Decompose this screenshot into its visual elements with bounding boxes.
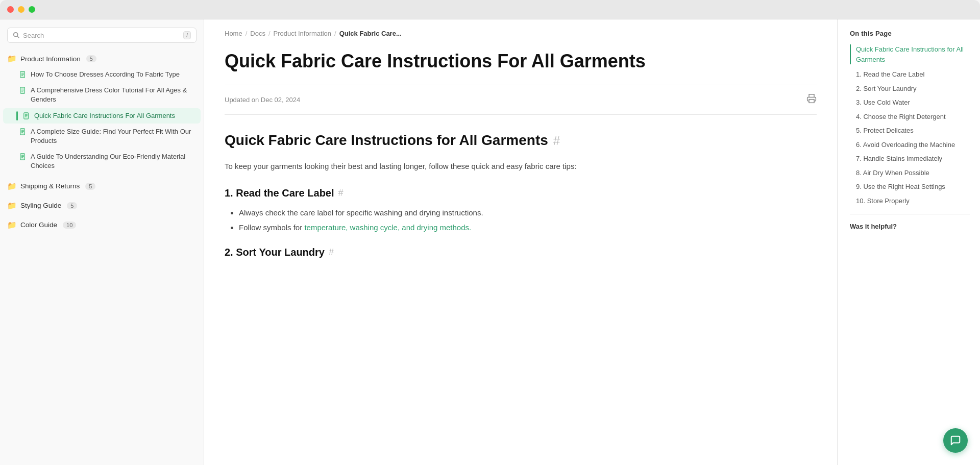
sidebar-category-styling[interactable]: 📁 Styling Guide 5 [0, 198, 204, 213]
breadcrumb-sep-2: / [334, 30, 336, 37]
subsection2-hash-link[interactable]: # [329, 247, 334, 258]
toc-active-item[interactable]: Quick Fabric Care Instructions for All G… [850, 44, 970, 64]
section-title: Quick Fabric Care Instructions for All G… [225, 131, 817, 150]
subsection2-title: 2. Sort Your Laundry # [225, 247, 817, 258]
search-box[interactable]: Search / [7, 28, 197, 43]
sidebar-item-label-1: A Comprehensive Dress Color Tutorial For… [31, 86, 193, 104]
search-container: Search / [0, 19, 204, 49]
print-icon[interactable] [806, 93, 817, 106]
category-shipping-badge: 5 [85, 183, 95, 190]
breadcrumb-sep-1: / [268, 30, 271, 37]
toc-divider [850, 214, 970, 214]
search-shortcut-badge: / [183, 31, 191, 39]
folder-icon-color: 📁 [7, 221, 17, 230]
sidebar-item-4[interactable]: A Guide To Understanding Our Eco-Friendl… [3, 149, 201, 174]
nav-section-shipping: 📁 Shipping & Returns 5 [0, 177, 204, 196]
sidebar-item-label-0: How To Choose Dresses According To Fabri… [31, 70, 180, 79]
maximize-button[interactable] [29, 6, 35, 13]
category-color-label: Color Guide [20, 221, 57, 229]
bullet-item-1: Follow symbols for temperature, washing … [239, 221, 817, 234]
meta-bar: Updated on Dec 02, 2024 [225, 85, 817, 115]
nav-section-color: 📁 Color Guide 10 [0, 215, 204, 235]
app-container: Search / 📁 Product Information 5 How To … [0, 19, 980, 465]
doc-icon [19, 128, 27, 135]
toc-item-0[interactable]: 1. Read the Care Label [850, 69, 970, 80]
subsection1-hash-link[interactable]: # [338, 188, 344, 199]
updated-date: Updated on Dec 02, 2024 [225, 96, 300, 104]
subsection1-bullets: Always check the care label for specific… [225, 206, 817, 234]
main-content: Home / Docs / Product Information / Quic… [204, 19, 837, 465]
breadcrumb-home[interactable]: Home [225, 30, 242, 37]
active-indicator [16, 111, 18, 120]
subsection1-title-text: 1. Read the Care Label [225, 187, 334, 199]
sidebar-category-color[interactable]: 📁 Color Guide 10 [0, 217, 204, 233]
breadcrumb-product-info[interactable]: Product Information [274, 30, 331, 37]
intro-paragraph: To keep your garments looking their best… [225, 160, 817, 173]
toc-title: On this Page [850, 30, 970, 37]
toc-item-4[interactable]: 5. Protect Delicates [850, 126, 970, 136]
category-label: Product Information [20, 55, 81, 63]
sidebar-item-2[interactable]: Quick Fabric Care Instructions For All G… [3, 108, 201, 124]
breadcrumb-current: Quick Fabric Care... [339, 30, 402, 37]
breadcrumb-docs[interactable]: Docs [250, 30, 265, 37]
sidebar: Search / 📁 Product Information 5 How To … [0, 19, 204, 465]
breadcrumb: Home / Docs / Product Information / Quic… [225, 19, 817, 50]
sidebar-item-label-2: Quick Fabric Care Instructions For All G… [34, 111, 175, 120]
category-styling-badge: 5 [67, 202, 77, 209]
close-button[interactable] [7, 6, 14, 13]
sidebar-category-shipping[interactable]: 📁 Shipping & Returns 5 [0, 179, 204, 194]
temperature-link[interactable]: temperature, washing cycle, and drying m… [304, 223, 471, 232]
toc-item-2[interactable]: 3. Use Cold Water [850, 97, 970, 108]
toc-sidebar: On this Page Quick Fabric Care Instructi… [837, 19, 980, 465]
toc-item-3[interactable]: 4. Choose the Right Detergent [850, 112, 970, 122]
search-icon [13, 32, 20, 39]
folder-icon-shipping: 📁 [7, 182, 17, 191]
svg-rect-22 [809, 100, 814, 103]
page-title: Quick Fabric Care Instructions For All G… [225, 50, 817, 72]
folder-icon-styling: 📁 [7, 201, 17, 210]
subsection1-title: 1. Read the Care Label # [225, 187, 817, 199]
was-helpful-label: Was it helpful? [850, 223, 970, 230]
nav-section-product-information: 📁 Product Information 5 How To Choose Dr… [0, 49, 204, 177]
toc-item-9[interactable]: 10. Store Properly [850, 196, 970, 206]
doc-icon [19, 153, 27, 160]
section-title-text: Quick Fabric Care Instructions for All G… [225, 131, 548, 150]
toc-item-7[interactable]: 8. Air Dry When Possible [850, 168, 970, 178]
toc-item-8[interactable]: 9. Use the Right Heat Settings [850, 182, 970, 192]
category-color-badge: 10 [63, 222, 76, 229]
toc-item-1[interactable]: 2. Sort Your Laundry [850, 84, 970, 94]
search-input-label: Search [23, 32, 180, 39]
category-styling-label: Styling Guide [20, 202, 61, 209]
sidebar-item-label-3: A Complete Size Guide: Find Your Perfect… [31, 127, 193, 145]
svg-point-0 [14, 33, 18, 37]
doc-icon [19, 71, 27, 78]
breadcrumb-sep-0: / [246, 30, 248, 37]
window-chrome [0, 0, 980, 19]
sidebar-category-product-information[interactable]: 📁 Product Information 5 [0, 51, 204, 66]
sidebar-item-0[interactable]: How To Choose Dresses According To Fabri… [3, 67, 201, 82]
bullet-item-0: Always check the care label for specific… [239, 206, 817, 219]
doc-icon [19, 87, 27, 94]
sidebar-item-3[interactable]: A Complete Size Guide: Find Your Perfect… [3, 124, 201, 149]
svg-line-1 [17, 36, 19, 38]
subsection2-title-text: 2. Sort Your Laundry [225, 247, 325, 258]
nav-section-styling: 📁 Styling Guide 5 [0, 196, 204, 215]
category-badge: 5 [86, 55, 96, 62]
minimize-button[interactable] [18, 6, 24, 13]
chat-fab-button[interactable] [943, 428, 968, 453]
sidebar-item-1[interactable]: A Comprehensive Dress Color Tutorial For… [3, 83, 201, 107]
sidebar-item-label-4: A Guide To Understanding Our Eco-Friendl… [31, 152, 193, 170]
toc-item-6[interactable]: 7. Handle Stains Immediately [850, 154, 970, 164]
category-shipping-label: Shipping & Returns [20, 182, 80, 190]
folder-icon: 📁 [7, 54, 17, 63]
doc-icon-active [23, 112, 30, 119]
section-hash-link[interactable]: # [553, 133, 560, 149]
toc-item-5[interactable]: 6. Avoid Overloading the Machine [850, 140, 970, 150]
